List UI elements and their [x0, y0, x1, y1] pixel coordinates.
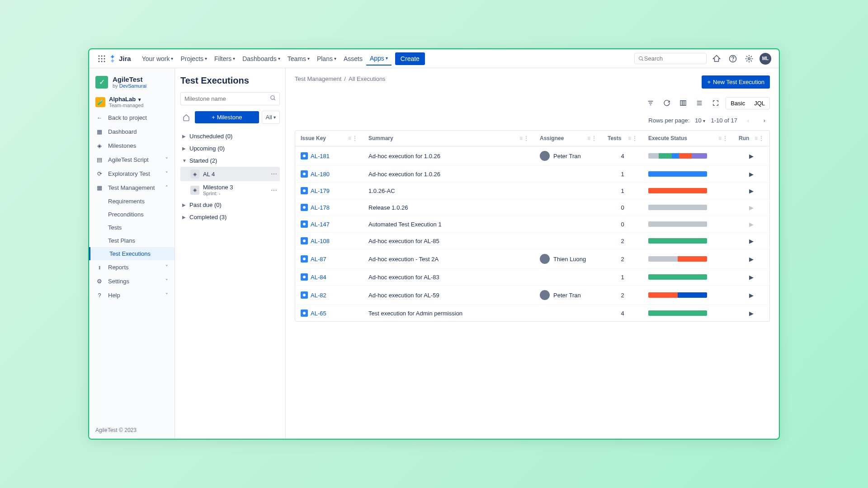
sidebar-sub-test-plans[interactable]: Test Plans: [89, 234, 175, 247]
refresh-icon[interactable]: [660, 97, 673, 109]
tests-cell: 1: [602, 183, 643, 199]
issue-link[interactable]: AL-180: [311, 171, 330, 178]
play-icon[interactable]: ▶: [749, 274, 754, 281]
sidebar-item-test-management[interactable]: ▦Test Management˄: [89, 181, 175, 195]
crumb-test-management[interactable]: Test Management: [295, 75, 341, 82]
issue-key-cell: AL-178: [295, 199, 363, 216]
filter-all-dropdown[interactable]: All▾: [262, 111, 280, 124]
settings-icon[interactable]: [743, 52, 755, 65]
column-header[interactable]: Assignee≡⋮: [534, 131, 602, 146]
sidebar-item-settings[interactable]: ⚙Settings˅: [89, 274, 175, 288]
issue-link[interactable]: AL-181: [311, 153, 330, 160]
sidebar-item-milestones[interactable]: ◈Milestones: [89, 139, 175, 153]
tree-group[interactable]: ▼Started (2): [180, 155, 280, 167]
rows-per-page-value[interactable]: 10 ▾: [695, 117, 705, 124]
notifications-icon[interactable]: [710, 52, 723, 65]
issue-link[interactable]: AL-84: [311, 274, 326, 281]
nav-apps[interactable]: Apps▾: [366, 52, 392, 66]
tree-group[interactable]: ▶Unscheduled (0): [180, 130, 280, 142]
milestone-search-input[interactable]: [180, 92, 280, 105]
sidebar-sub-requirements[interactable]: Requirements: [89, 195, 175, 208]
issue-link[interactable]: AL-82: [311, 292, 326, 299]
sidebar-item-help[interactable]: ?Help˅: [89, 288, 175, 302]
issue-link[interactable]: AL-65: [311, 310, 326, 317]
issue-link[interactable]: AL-147: [311, 221, 330, 228]
column-header[interactable]: Run≡⋮: [733, 131, 769, 146]
column-header[interactable]: Summary≡⋮: [363, 131, 534, 146]
sidebar-sub-test-executions[interactable]: Test Executions: [89, 247, 175, 260]
issue-type-icon: [301, 221, 308, 228]
nav-teams[interactable]: Teams▾: [284, 52, 313, 65]
jql-mode[interactable]: JQL: [750, 98, 769, 109]
col-menu-icon: ⋮: [722, 135, 728, 141]
search-box[interactable]: [634, 53, 707, 64]
status-bar: [648, 256, 707, 262]
sidebar-item-reports[interactable]: ⫾Reports˅: [89, 260, 175, 274]
columns-icon[interactable]: [677, 97, 689, 109]
filter-icon[interactable]: [644, 97, 657, 109]
svg-point-7: [101, 61, 103, 62]
play-icon[interactable]: ▶: [749, 256, 754, 263]
sidebar-item-exploratory-test[interactable]: ⟳Exploratory Test˅: [89, 167, 175, 181]
play-icon[interactable]: ▶: [749, 310, 754, 317]
new-test-execution-button[interactable]: +New Test Execution: [702, 75, 770, 89]
column-header[interactable]: Tests≡⋮: [602, 131, 643, 146]
search-input[interactable]: [644, 55, 703, 62]
nav-dashboards[interactable]: Dashboards▾: [239, 52, 284, 65]
nav-plans[interactable]: Plans▾: [313, 52, 340, 65]
issue-link[interactable]: AL-108: [311, 238, 330, 244]
more-icon[interactable]: ⋯: [271, 187, 277, 194]
prev-page-button[interactable]: ‹: [743, 115, 754, 126]
chevron-down-icon: ▾: [307, 56, 310, 61]
play-icon[interactable]: ▶: [749, 238, 754, 244]
issue-key-cell: AL-180: [295, 166, 363, 182]
project-selector[interactable]: 🧪 AlphaLab ▼ Team-managed: [89, 93, 175, 111]
app-switcher-icon[interactable]: [96, 53, 107, 64]
issue-link[interactable]: AL-87: [311, 256, 326, 263]
issue-link[interactable]: AL-179: [311, 188, 330, 194]
sidebar-sub-tests[interactable]: Tests: [89, 221, 175, 234]
sidebar-item-agiletest-script[interactable]: ▤AgileTest Script˅: [89, 153, 175, 167]
help-icon[interactable]: [726, 52, 739, 65]
tree-group[interactable]: ▶Past due (0): [180, 199, 280, 211]
drag-icon: ≡: [587, 135, 590, 141]
avatar[interactable]: ML: [759, 52, 772, 65]
milestone-row[interactable]: ◈AL 4⋯: [180, 167, 280, 181]
nav-projects[interactable]: Projects▾: [177, 52, 211, 65]
tree-group[interactable]: ▶Upcoming (0): [180, 142, 280, 155]
column-header[interactable]: Execute Status≡⋮: [643, 131, 733, 146]
sidebar-item-dashboard[interactable]: ▦Dashboard: [89, 125, 175, 139]
create-button[interactable]: Create: [395, 52, 425, 65]
next-page-button[interactable]: ›: [759, 115, 770, 126]
svg-point-8: [104, 61, 105, 62]
column-header[interactable]: Issue Key≡⋮: [295, 131, 363, 146]
drag-icon: ≡: [348, 135, 351, 141]
chevron-down-icon: ˅: [165, 157, 168, 163]
chevron-down-icon: ▾: [703, 118, 705, 123]
fullscreen-icon[interactable]: [709, 97, 722, 109]
back-to-project[interactable]: ← Back to project: [89, 111, 175, 125]
play-icon[interactable]: ▶: [749, 171, 754, 178]
add-milestone-button[interactable]: +Milestone: [195, 111, 259, 123]
nav-your-work[interactable]: Your work▾: [138, 52, 177, 65]
nav-assets[interactable]: Assets: [340, 52, 366, 65]
jira-logo[interactable]: Jira: [109, 55, 131, 63]
run-cell: ▶: [733, 233, 769, 249]
home-icon[interactable]: [180, 112, 192, 123]
sidebar-sub-preconditions[interactable]: Preconditions: [89, 208, 175, 221]
density-icon[interactable]: [693, 97, 706, 109]
tree-group[interactable]: ▶Completed (3): [180, 211, 280, 223]
more-icon[interactable]: ⋯: [271, 170, 277, 178]
chevron-down-icon: ˅: [165, 264, 168, 270]
basic-mode[interactable]: Basic: [726, 98, 750, 109]
play-icon[interactable]: ▶: [749, 153, 754, 160]
play-icon[interactable]: ▶: [749, 292, 754, 299]
milestone-icon: ◈: [190, 186, 199, 195]
issue-type-icon: [301, 237, 308, 244]
milestone-row[interactable]: ◈Milestone 3Sprint: -⋯: [180, 181, 280, 199]
tests-cell: 1: [602, 166, 643, 182]
col-menu-icon: ⋮: [632, 135, 637, 141]
issue-link[interactable]: AL-178: [311, 204, 330, 211]
nav-filters[interactable]: Filters▾: [211, 52, 239, 65]
play-icon[interactable]: ▶: [749, 188, 754, 194]
